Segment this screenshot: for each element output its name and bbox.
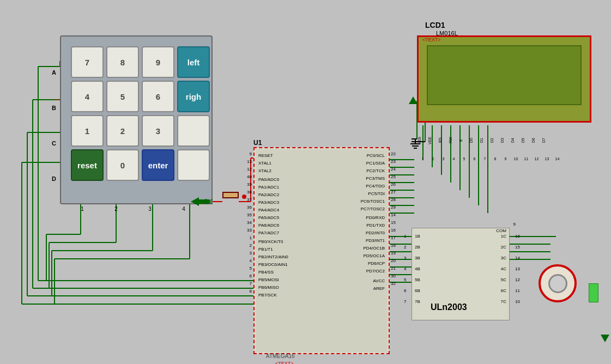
- key-0[interactable]: 0: [106, 149, 139, 181]
- key-2[interactable]: 2: [106, 115, 139, 147]
- mcu-pin-nums-left: 9 13 12 40 39 38 37 36 35 34 33 1 2 3 4 …: [247, 150, 252, 295]
- col-label-3: 3: [133, 206, 167, 212]
- lcd-display: [417, 35, 591, 123]
- mcu-title: U1: [253, 139, 262, 147]
- key-reset[interactable]: reset: [71, 149, 104, 181]
- mcu-chip: RESET XTAL1 XTAL2 PA0/ADC0 PA1/ADC1 PA2/…: [253, 147, 390, 354]
- lcd-pin-numbers: 1 2 3 4 5 6 7 8 9 10 11 12 13 14: [418, 157, 562, 161]
- lcd-screen: [427, 45, 582, 105]
- keypad-grid: 7 8 9 left 4 5 6 righ 1 2 3 reset 0 ente…: [66, 42, 206, 185]
- svg-marker-69: [601, 335, 609, 342]
- lcd-subtitle: LM016L: [436, 30, 458, 37]
- uln-title: ULn2003: [431, 302, 467, 312]
- mcu-pin-nums-right: 22 23 24 25 26 27 28 29 14 15 16 17 18 1…: [391, 150, 396, 288]
- key-3[interactable]: 3: [142, 115, 174, 147]
- svg-marker-68: [409, 96, 418, 104]
- key-right[interactable]: righ: [177, 81, 210, 112]
- mcu-type: ATMEGA16: [266, 353, 295, 359]
- lcd-pin-labels: VSS VEE RS RW E D0 D1 D2 D3 D4 D5 D6 D7: [418, 125, 552, 155]
- col-label-1: 1: [65, 206, 99, 212]
- key-7[interactable]: 7: [71, 46, 104, 78]
- key-left[interactable]: left: [177, 46, 210, 78]
- col-label-2: 2: [99, 206, 133, 212]
- key-blank-2[interactable]: [177, 149, 210, 181]
- mcu-text-label: <TEXT>: [275, 361, 294, 364]
- keypad: 7 8 9 left 4 5 6 righ 1 2 3 reset 0 ente…: [60, 35, 213, 204]
- motor: [539, 264, 577, 302]
- key-enter[interactable]: enter: [142, 149, 174, 181]
- svg-marker-61: [191, 197, 210, 206]
- svg-point-63: [210, 199, 213, 204]
- green-indicator: [589, 283, 598, 302]
- vcc-symbol-1: [408, 95, 419, 107]
- canvas: A B C D 7 8 9 left 4 5 6 righ 1 2 3 rese…: [0, 0, 611, 364]
- power-arrow-down: [600, 332, 610, 344]
- resistor-dot: [242, 195, 246, 199]
- ground-symbol-1: [409, 139, 422, 157]
- key-blank-1[interactable]: [177, 115, 210, 147]
- key-5[interactable]: 5: [106, 81, 139, 112]
- key-8[interactable]: 8: [106, 46, 139, 78]
- key-4[interactable]: 4: [71, 81, 104, 112]
- col-labels: 1 2 3 4: [65, 206, 201, 212]
- row-label-a: A B C D: [52, 54, 56, 196]
- motor-inner: [548, 274, 567, 293]
- lcd-text-label: <TEXT>: [422, 37, 441, 43]
- key-9[interactable]: 9: [142, 46, 174, 78]
- lcd-title: LCD1: [425, 21, 445, 29]
- arrow-left-symbol: [191, 195, 213, 210]
- resistor: [222, 192, 239, 198]
- key-1[interactable]: 1: [71, 115, 104, 147]
- key-6[interactable]: 6: [142, 81, 174, 112]
